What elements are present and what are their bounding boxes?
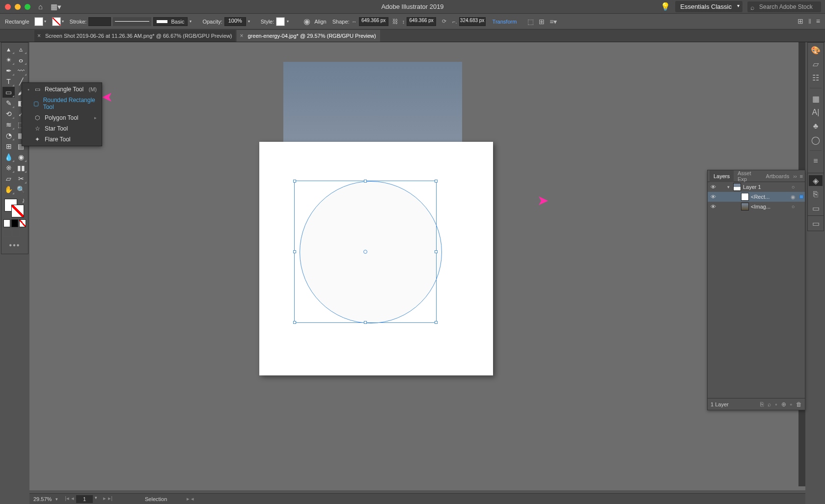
selection-bounding-box[interactable] <box>294 181 437 323</box>
layer-row[interactable]: 👁 <Imag... ○ <box>708 202 805 212</box>
layer-name[interactable]: Layer 1 <box>743 184 788 190</box>
swatches-panel-icon[interactable]: ▦ <box>809 93 823 104</box>
character-panel-icon[interactable]: A| <box>809 107 823 118</box>
layer-name[interactable]: <Imag... <box>751 204 788 210</box>
target-icon[interactable]: ◉ <box>788 194 798 200</box>
graphic-styles-panel-icon[interactable]: ▭ <box>809 218 823 229</box>
stroke-dropdown-icon[interactable]: ▾ <box>62 19 64 24</box>
edit-toolbar-button[interactable]: ••• <box>2 238 27 253</box>
opacity-dropdown-icon[interactable]: ▾ <box>248 19 250 24</box>
libraries-panel-icon[interactable]: ▱ <box>809 58 823 69</box>
shaper-tool[interactable]: ✎ <box>2 98 15 108</box>
selection-tool[interactable]: ▴ <box>2 44 15 54</box>
make-clipping-mask-icon[interactable]: ⌕ <box>768 401 771 408</box>
resize-handle[interactable] <box>293 250 296 253</box>
visibility-toggle-icon[interactable]: 👁 <box>708 194 718 200</box>
visibility-toggle-icon[interactable]: 👁 <box>708 184 718 190</box>
fill-swatch[interactable] <box>34 17 43 26</box>
target-icon[interactable]: ○ <box>788 184 798 190</box>
flyout-star-tool[interactable]: ☆ Star Tool <box>22 123 102 134</box>
artboard-tool[interactable]: ▱ <box>2 173 15 184</box>
brush-dropdown-icon[interactable]: ▾ <box>190 19 192 24</box>
zoom-level[interactable]: 29.57% <box>29 496 55 502</box>
artboard-number-input[interactable]: 1 <box>76 495 93 503</box>
direct-selection-tool[interactable]: ▵ <box>15 44 27 54</box>
isolate-icon[interactable]: ⬚ <box>527 18 534 26</box>
arrange-icon[interactable]: ≡▾ <box>550 18 557 26</box>
curvature-tool[interactable]: 〰 <box>15 65 27 76</box>
close-window-button[interactable] <box>5 4 11 10</box>
search-stock-input[interactable]: Search Adobe Stock <box>747 1 821 12</box>
panel-tab-layers[interactable]: Layers <box>710 170 734 182</box>
home-icon[interactable]: ⌂ <box>38 2 43 11</box>
shape-width-input[interactable]: 649.366 px <box>359 17 388 26</box>
symbols-panel-icon[interactable]: ♣ <box>809 121 823 132</box>
flyout-polygon-tool[interactable]: ⬡ Polygon Tool ▸ <box>22 112 102 123</box>
color-mode-button[interactable] <box>3 219 10 227</box>
resize-handle[interactable] <box>435 321 438 324</box>
brushes-panel-icon[interactable]: ☷ <box>809 72 823 83</box>
shape-height-input[interactable]: 649.366 px <box>407 17 436 26</box>
visibility-toggle-icon[interactable]: 👁 <box>708 204 718 210</box>
corner-radius-input[interactable]: 324.683 px <box>459 17 486 26</box>
graphic-style-swatch[interactable] <box>276 17 285 26</box>
artboard-dropdown-icon[interactable]: ▾ <box>95 495 97 503</box>
flyout-flare-tool[interactable]: ✦ Flare Tool <box>22 134 102 145</box>
stroke-color[interactable] <box>11 205 24 217</box>
resize-handle[interactable] <box>435 250 438 253</box>
style-dropdown-icon[interactable]: ▾ <box>287 19 289 24</box>
target-icon[interactable]: ○ <box>788 204 798 210</box>
blend-tool[interactable]: ◉ <box>15 152 27 162</box>
panel-collapse-icon[interactable]: ›› <box>793 173 797 179</box>
mesh-tool[interactable]: ⊞ <box>2 141 15 152</box>
rotate-tool[interactable]: ⟲ <box>2 108 15 119</box>
hand-tool[interactable]: ✋ <box>2 184 15 195</box>
stroke-weight-input[interactable] <box>88 17 111 26</box>
stroke-profile-dropdown[interactable] <box>113 17 151 26</box>
fill-stroke-control[interactable]: ⤸ <box>2 198 27 218</box>
properties-panel-icon[interactable]: 🎨 <box>809 45 823 55</box>
swap-fill-stroke-icon[interactable]: ⤸ <box>21 198 26 204</box>
preferences-icon[interactable]: ≡ <box>816 17 820 26</box>
status-menu-icon[interactable]: ▸ ◂ <box>187 496 194 502</box>
resize-handle[interactable] <box>293 321 296 324</box>
rectangle-tool[interactable]: ▭ <box>2 87 15 98</box>
link-dimensions-icon[interactable]: ⛓ <box>392 18 398 25</box>
disclosure-icon[interactable]: ▾ <box>725 185 731 189</box>
new-layer-icon[interactable]: ▫ <box>790 401 792 408</box>
glyphs-panel-icon[interactable]: ◯ <box>809 134 823 145</box>
grid-icon[interactable]: ⊞ <box>798 17 803 26</box>
next-artboard-icon[interactable]: ▸ <box>103 495 106 503</box>
maximize-window-button[interactable] <box>25 4 30 10</box>
slice-tool[interactable]: ✂ <box>15 173 27 184</box>
type-tool[interactable]: T <box>2 76 15 87</box>
align-label[interactable]: Align <box>314 19 326 25</box>
prev-artboard-icon[interactable]: ◂ <box>71 495 74 503</box>
transform-link[interactable]: Transform <box>493 19 517 25</box>
recolor-icon[interactable]: ◉ <box>303 17 310 26</box>
asset-export-panel-icon[interactable]: ⎘ <box>809 189 823 200</box>
normal-screen-button[interactable] <box>3 229 11 237</box>
delete-layer-icon[interactable]: 🗑 <box>796 401 802 408</box>
resize-handle[interactable] <box>364 180 367 183</box>
eyedropper-tool[interactable]: 💧 <box>2 152 15 162</box>
fill-dropdown-icon[interactable]: ▾ <box>44 19 46 24</box>
document-tab[interactable]: green-energy-04.jpg* @ 29.57% (RGB/GPU P… <box>237 30 380 42</box>
none-mode-button[interactable] <box>19 219 26 227</box>
artboards-panel-icon[interactable]: ▭ <box>809 203 823 213</box>
zoom-dropdown-icon[interactable]: ▾ <box>55 497 58 502</box>
last-artboard-icon[interactable]: ▸| <box>108 495 112 503</box>
panel-tab-asset-export[interactable]: Asset Exp <box>734 170 762 182</box>
pen-tool[interactable]: ✒ <box>2 65 15 76</box>
document-tab[interactable]: Screen Shot 2019-06-26 at 11.26.36 AM.pn… <box>34 30 236 42</box>
create-sublayer-icon[interactable]: ▫ <box>775 401 777 408</box>
brush-definition-dropdown[interactable]: Basic <box>153 17 188 26</box>
column-graph-tool[interactable]: ▮▮ <box>15 162 27 173</box>
width-tool[interactable]: ≋ <box>2 119 15 130</box>
opacity-input[interactable]: 100% <box>224 17 246 26</box>
first-artboard-icon[interactable]: |◂ <box>65 495 69 503</box>
layer-row[interactable]: 👁 ▾ Layer 1 ○ <box>708 182 805 192</box>
workspace-dropdown[interactable]: Essentials Classic <box>675 1 742 12</box>
resize-handle[interactable] <box>364 321 367 324</box>
resize-handle[interactable] <box>435 180 438 183</box>
